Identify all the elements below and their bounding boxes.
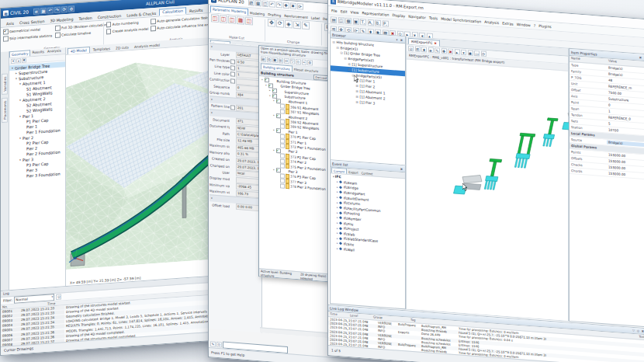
menu-item[interactable]: Plugins (538, 23, 551, 28)
diamond-icon[interactable]: ♦ (421, 47, 427, 53)
redo-icon[interactable]: ↷ (54, 6, 61, 13)
expander-icon[interactable]: ▾ (19, 114, 22, 118)
side-tab[interactable]: Variables (2, 73, 8, 95)
expander-icon[interactable]: ▾ (11, 66, 14, 70)
property-checkbox[interactable] (230, 72, 235, 77)
refresh-icon[interactable]: ⟳ (297, 3, 303, 10)
expander-icon[interactable]: ▾ (19, 82, 22, 85)
event-tab[interactable]: Export (347, 169, 359, 175)
remove-icon[interactable]: ✖ (448, 48, 453, 54)
checkbox[interactable] (276, 113, 281, 118)
expander-icon[interactable]: ▾ (272, 129, 275, 132)
text-p-button[interactable]: P, (383, 20, 389, 27)
close-icon[interactable]: ✖ (639, 55, 642, 59)
menu-item[interactable]: Extras (502, 21, 514, 26)
expander-icon[interactable]: ▾ (272, 169, 275, 172)
new-file-icon[interactable]: ▤ (248, 0, 254, 6)
zoom-icon[interactable]: ⊙ (408, 46, 414, 52)
save-icon[interactable]: ▦ (255, 0, 261, 6)
refresh-icon[interactable]: ⟳ (61, 5, 68, 12)
menu-item[interactable]: Window (517, 22, 531, 26)
expander-icon[interactable]: ⊟ (340, 51, 344, 55)
search-icon[interactable]: ⊙ (56, 294, 61, 299)
bar-bend-icon[interactable]: ◫ (220, 15, 227, 23)
move-icon[interactable]: ✥ (268, 19, 275, 27)
expand-icon[interactable]: ⊞ (279, 58, 284, 64)
checkbox[interactable] (276, 168, 281, 172)
pin-icon[interactable]: ▾ (395, 37, 399, 41)
expander-icon[interactable]: ▾ (261, 78, 264, 82)
text-t-button[interactable]: T, (360, 19, 366, 26)
close-icon[interactable]: ✖ (641, 329, 644, 333)
search-icon[interactable]: ⊙ (636, 329, 640, 332)
checkbox[interactable] (276, 148, 281, 153)
expander-icon[interactable]: ▾ (272, 114, 275, 117)
new-structure-icon[interactable]: ▤ (261, 57, 266, 62)
substructure-3d-view[interactable] (407, 64, 568, 320)
down-icon[interactable]: ▾ (461, 50, 466, 56)
expander-icon[interactable]: ⊟ (348, 68, 351, 71)
expander-icon[interactable]: ⊟ (344, 57, 348, 61)
property-checkbox[interactable] (230, 105, 235, 110)
menu-item[interactable]: Analysis (484, 19, 499, 24)
refresh-icon[interactable]: ⟳ (481, 51, 486, 57)
menu-item[interactable]: Tools (429, 16, 438, 20)
property-checkbox[interactable] (230, 78, 235, 83)
menu-item[interactable]: Navigator (408, 14, 425, 19)
open-icon[interactable]: ◫ (262, 0, 268, 7)
print-icon[interactable]: ▣ (353, 18, 359, 25)
ribbon-tab[interactable]: Label (310, 15, 321, 21)
property-checkbox[interactable] (230, 65, 235, 70)
add-icon[interactable]: ✚ (441, 48, 447, 54)
rotate-icon[interactable]: ⟳ (276, 19, 284, 28)
filter-icon[interactable]: ▽ (632, 329, 635, 332)
search-icon[interactable]: ⊙ (296, 59, 301, 64)
box-icon[interactable]: ▭ (474, 50, 480, 57)
text-b-button[interactable]: B, (375, 19, 381, 26)
menu-item[interactable]: Edit (341, 9, 348, 14)
mirror-icon[interactable]: ◈ (285, 20, 293, 29)
menu-item[interactable]: ? (534, 23, 535, 27)
edit-icon[interactable]: ✎ (210, 341, 216, 347)
expander-icon[interactable]: ⊞ (348, 62, 351, 66)
bar-shape-icon[interactable]: ◫ (211, 14, 219, 23)
menu-icon[interactable]: ≡ (33, 8, 40, 15)
stretch-icon[interactable]: ⇲ (293, 21, 301, 30)
new-file-icon[interactable]: ▤ (331, 16, 337, 23)
target-icon[interactable]: ◉ (468, 50, 473, 56)
match-icon[interactable]: ✎ (302, 22, 310, 30)
edit-icon[interactable]: ✎ (435, 47, 440, 54)
search-icon[interactable]: ⊙ (216, 342, 222, 348)
expander-icon[interactable]: ⊞ (355, 89, 359, 93)
menu-item[interactable]: Display (392, 13, 405, 18)
delete-icon[interactable]: ✖ (290, 2, 296, 9)
settings-icon[interactable]: ⚙ (68, 5, 74, 12)
redo-icon[interactable]: ↷ (276, 2, 282, 9)
expander-icon[interactable]: ⊟ (336, 45, 340, 49)
link-icon[interactable]: ∞ (302, 60, 307, 65)
close-tab-icon[interactable]: ✖ (435, 41, 437, 45)
expander-icon[interactable]: ▾ (272, 99, 275, 102)
add-icon[interactable]: ✚ (283, 2, 289, 9)
save-icon[interactable]: ▦ (345, 17, 351, 24)
expander-icon[interactable]: ▾ (272, 148, 275, 151)
property-checkbox[interactable] (230, 59, 235, 64)
close-icon[interactable]: ✖ (22, 57, 26, 62)
expander-icon[interactable]: ▾ (19, 158, 22, 162)
checkbox[interactable] (276, 99, 281, 103)
filter-icon[interactable]: ▽ (290, 59, 296, 64)
expander-icon[interactable]: ▾ (19, 136, 22, 140)
checkbox[interactable] (280, 183, 285, 188)
expand-all-icon[interactable]: ▾ (11, 58, 16, 63)
expander-icon[interactable]: ▾ (15, 76, 18, 80)
checkbox[interactable] (268, 83, 273, 88)
bar-mesh-icon[interactable]: ▦ (237, 16, 244, 25)
grid-icon[interactable]: ⊞ (415, 46, 421, 52)
menu-item[interactable]: Representation (362, 11, 390, 17)
menu-item[interactable]: Model Synchronization (441, 16, 481, 23)
tree-panel-tab[interactable]: Analysis (46, 47, 63, 55)
text-a-button[interactable]: A, (368, 19, 374, 26)
close-icon[interactable]: ✖ (400, 37, 403, 41)
save-icon[interactable]: ▦ (40, 7, 47, 14)
event-tab[interactable]: Current (331, 167, 347, 173)
